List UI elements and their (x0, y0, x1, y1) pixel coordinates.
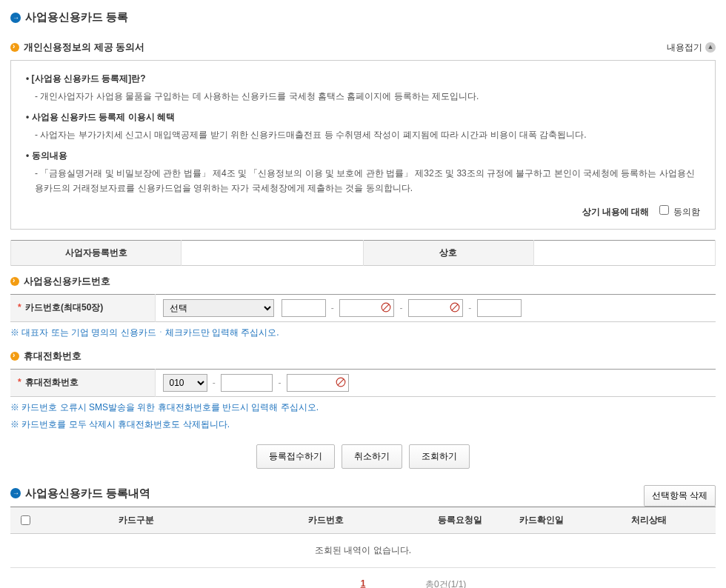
phone-field-label: * 휴대전화번호 (10, 369, 155, 396)
page-title: 사업용신용카드 등록 (10, 10, 716, 24)
agree-prefix: 상기 내용에 대해 (582, 207, 650, 217)
col-status: 처리상태 (582, 507, 716, 533)
arrow-right-icon (10, 13, 21, 23)
card-form-table: * 카드번호(최대50장) 선택 - - - (10, 294, 716, 322)
section-card-title-text: 사업용신용카드번호 (24, 275, 110, 288)
biz-name-label: 상호 (363, 240, 533, 265)
phone-mid[interactable] (221, 374, 273, 392)
business-info-table: 사업자등록번호 상호 (10, 240, 716, 266)
phone-form-table: * 휴대전화번호 010 - - (10, 369, 716, 397)
chevron-up-icon: ▲ (705, 42, 716, 53)
agree-row: 상기 내용에 대해 동의함 (26, 203, 700, 218)
collapse-label: 내용접기 (667, 41, 702, 54)
page-title-text: 사업용신용카드 등록 (25, 10, 128, 24)
section-card-title: 사업용신용카드번호 (10, 275, 716, 288)
cancel-button[interactable]: 취소하기 (342, 444, 402, 469)
pagination: 1 총0건(1/1) (10, 578, 716, 588)
card-num-2[interactable] (339, 299, 394, 317)
consent-text-2: 사업자는 부가가치세 신고시 매입액공제를 받기 위한 신용카드매출전표 등 수… (35, 128, 700, 142)
section-consent-title: 개인신용정보의 제공 동의서 (10, 41, 144, 54)
biz-reg-label: 사업자등록번호 (11, 240, 182, 265)
consent-heading-2: 사업용 신용카드 등록제 이용시 혜택 (26, 111, 700, 124)
phone-last[interactable] (287, 374, 349, 392)
record-count: 총0건(1/1) (425, 578, 466, 588)
card-num-1[interactable] (282, 299, 326, 317)
chevron-right-icon (10, 43, 19, 52)
phone-prefix-select[interactable]: 010 (163, 374, 207, 392)
col-type: 카드구분 (40, 507, 233, 533)
col-number: 카드번호 (233, 507, 419, 533)
delete-selected-button[interactable]: 선택항목 삭제 (644, 485, 716, 507)
card-note: 대표자 또는 기업 명의의 신용카드ㆍ체크카드만 입력해 주십시오. (10, 327, 716, 339)
card-field-row: 선택 - - - (155, 294, 716, 321)
consent-box: [사업용 신용카드 등록제]란? 개인사업자가 사업용 물품을 구입하는 데 사… (10, 60, 716, 230)
card-field-label: * 카드번호(최대50장) (10, 294, 155, 321)
query-button[interactable]: 조회하기 (409, 444, 470, 469)
card-num-3[interactable] (408, 299, 463, 317)
agree-label[interactable]: 동의함 (656, 207, 700, 217)
empty-message: 조회된 내역이 없습니다. (10, 533, 716, 567)
phone-note-1: 카드번호 오류시 SMS발송을 위한 휴대전화번호를 반드시 입력해 주십시오. (10, 401, 716, 414)
collapse-toggle[interactable]: 내용접기 ▲ (667, 41, 716, 54)
biz-reg-value (182, 240, 364, 265)
action-button-row: 등록접수하기 취소하기 조회하기 (10, 444, 716, 469)
section-phone-title-text: 휴대전화번호 (24, 350, 81, 363)
agree-checkbox[interactable] (659, 205, 669, 215)
section-list-title: 사업용신용카드 등록내역 (10, 487, 150, 501)
biz-name-value (533, 240, 716, 265)
consent-heading-3: 동의내용 (26, 150, 700, 162)
section-list-title-text: 사업용신용카드 등록내역 (25, 487, 150, 501)
select-all-checkbox[interactable] (21, 515, 30, 525)
col-checkbox (10, 507, 40, 533)
section-phone-title: 휴대전화번호 (10, 350, 716, 363)
col-req-date: 등록요청일 (419, 507, 501, 533)
card-type-select[interactable]: 선택 (163, 299, 274, 317)
consent-heading-1: [사업용 신용카드 등록제]란? (26, 73, 700, 85)
card-num-4[interactable] (477, 299, 522, 317)
chevron-right-icon (10, 352, 19, 361)
phone-field-row: 010 - - (155, 369, 716, 396)
card-list-table: 카드구분 카드번호 등록요청일 카드확인일 처리상태 조회된 내역이 없습니다. (10, 507, 716, 568)
agree-label-text: 동의함 (673, 207, 700, 217)
chevron-right-icon (10, 277, 19, 286)
page-number[interactable]: 1 (361, 578, 366, 588)
col-conf-date: 카드확인일 (501, 507, 582, 533)
arrow-right-icon (10, 488, 21, 498)
consent-text-3: 「금융실명거래 및 비밀보장에 관한 법률」 제4조 및 「신용정보의 이용 및… (35, 167, 700, 195)
consent-text-1: 개인사업자가 사업용 물품을 구입하는 데 사용하는 신용카드를 국세청 홈택스… (35, 90, 700, 104)
phone-note-2: 카드번호를 모두 삭제시 휴대전화번호도 삭제됩니다. (10, 418, 716, 431)
submit-button[interactable]: 등록접수하기 (256, 444, 335, 469)
section-consent-title-text: 개인신용정보의 제공 동의서 (24, 41, 144, 54)
